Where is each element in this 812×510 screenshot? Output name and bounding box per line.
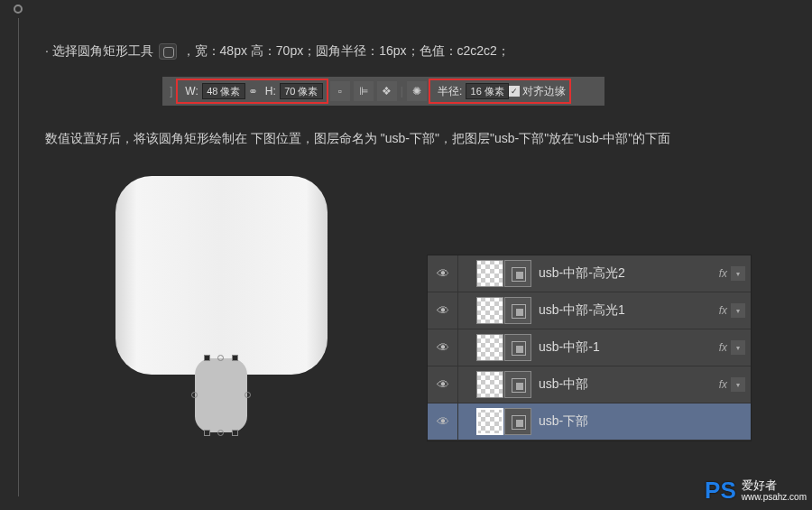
layer-row[interactable]: 👁usb-中部-高光2fx▾ <box>428 255 751 292</box>
vector-mask-thumbnail[interactable] <box>504 260 531 287</box>
height-label: H: <box>265 85 276 97</box>
dimensions-highlight: W: ⚭ H: <box>176 79 328 104</box>
timeline-dot <box>14 5 23 14</box>
visibility-eye-icon[interactable]: 👁 <box>437 340 449 355</box>
layer-name[interactable]: usb-中部-高光2 <box>539 265 719 282</box>
fx-dropdown-icon[interactable]: ▾ <box>731 303 745 318</box>
watermark-url: www.psahz.com <box>742 492 807 503</box>
instruction-line-2: 数值设置好后，将该圆角矩形绘制在 下图位置，图层命名为 "usb-下部"，把图层… <box>45 125 776 151</box>
layer-thumbnail[interactable] <box>476 408 503 435</box>
path-anchor[interactable] <box>232 355 238 361</box>
path-anchor[interactable] <box>217 355 224 361</box>
watermark-logo: PS <box>705 477 736 505</box>
layer-name[interactable]: usb-中部-1 <box>539 339 719 356</box>
usb-bottom-shape <box>195 358 247 432</box>
width-label: W: <box>185 85 198 97</box>
usb-bottom-selection[interactable] <box>195 358 247 432</box>
vector-mask-thumbnail[interactable] <box>504 371 531 398</box>
arrange-button[interactable]: ❖ <box>377 81 397 101</box>
layer-thumbnail[interactable] <box>476 334 503 361</box>
link-dimensions-icon[interactable]: ⚭ <box>245 85 262 98</box>
align-edges-label: 对齐边缘 <box>522 84 566 99</box>
fx-indicator[interactable]: fx <box>719 304 727 317</box>
visibility-eye-icon[interactable]: 👁 <box>437 377 449 392</box>
timeline-line <box>18 18 19 496</box>
layer-name[interactable]: usb-中部-高光1 <box>539 302 719 319</box>
tool-options-bar: ] W: ⚭ H: ▫ ⊫ ❖ | ✺ 半径: ✓ 对齐边缘 <box>162 77 604 106</box>
fx-dropdown-icon[interactable]: ▾ <box>731 340 745 355</box>
layer-thumbnail[interactable] <box>476 371 503 398</box>
shape-preview <box>95 176 347 492</box>
separator: | <box>401 85 403 97</box>
fx-indicator[interactable]: fx <box>719 378 727 391</box>
align-edges-checkbox[interactable]: ✓ <box>509 86 520 97</box>
vector-mask-thumbnail[interactable] <box>504 334 531 361</box>
instruction-line-1: · 选择圆角矩形工具 ，宽：48px 高：70px；圆角半径：16px；色值：c… <box>45 41 776 60</box>
fx-indicator[interactable]: fx <box>719 341 727 354</box>
align-button[interactable]: ⊫ <box>354 81 374 101</box>
divider-icon: ] <box>170 85 172 97</box>
path-anchor[interactable] <box>204 430 210 436</box>
layer-thumbnail[interactable] <box>476 297 503 324</box>
radius-input[interactable] <box>466 83 509 99</box>
align-edges-button[interactable]: ▫ <box>330 81 350 101</box>
path-anchor[interactable] <box>232 430 238 436</box>
visibility-eye-icon[interactable]: 👁 <box>437 266 449 281</box>
layer-name[interactable]: usb-中部 <box>539 376 719 393</box>
path-anchor[interactable] <box>217 430 224 436</box>
instruction-prefix: · 选择圆角矩形工具 <box>45 43 153 58</box>
height-input[interactable] <box>280 83 323 99</box>
instruction-suffix: ，宽：48px 高：70px；圆角半径：16px；色值：c2c2c2； <box>182 43 510 58</box>
path-anchor[interactable] <box>245 392 251 398</box>
layer-row[interactable]: 👁usb-中部fx▾ <box>428 366 751 403</box>
rounded-rectangle-tool-icon <box>159 43 177 60</box>
layers-panel: 👁usb-中部-高光2fx▾👁usb-中部-高光1fx▾👁usb-中部-1fx▾… <box>427 255 752 441</box>
settings-gear-icon[interactable]: ✺ <box>407 81 427 101</box>
layer-row[interactable]: 👁usb-中部-1fx▾ <box>428 329 751 366</box>
width-input[interactable] <box>202 83 245 99</box>
visibility-eye-icon[interactable]: 👁 <box>437 414 449 429</box>
usb-mid-shape <box>115 176 328 375</box>
watermark: PS 爱好者 www.psahz.com <box>705 477 807 505</box>
vector-mask-thumbnail[interactable] <box>504 408 531 435</box>
path-anchor[interactable] <box>191 392 198 398</box>
watermark-title: 爱好者 <box>742 478 807 493</box>
fx-dropdown-icon[interactable]: ▾ <box>731 377 745 392</box>
visibility-eye-icon[interactable]: 👁 <box>437 303 449 318</box>
vector-mask-thumbnail[interactable] <box>504 297 531 324</box>
layer-row[interactable]: 👁usb-下部 <box>428 403 751 440</box>
fx-indicator[interactable]: fx <box>719 267 727 280</box>
layer-thumbnail[interactable] <box>476 260 503 287</box>
fx-dropdown-icon[interactable]: ▾ <box>731 266 745 281</box>
radius-label: 半径: <box>438 84 462 99</box>
layer-row[interactable]: 👁usb-中部-高光1fx▾ <box>428 292 751 329</box>
radius-highlight: 半径: ✓ 对齐边缘 <box>429 79 571 104</box>
layer-name[interactable]: usb-下部 <box>539 413 751 430</box>
path-anchor[interactable] <box>204 355 210 361</box>
